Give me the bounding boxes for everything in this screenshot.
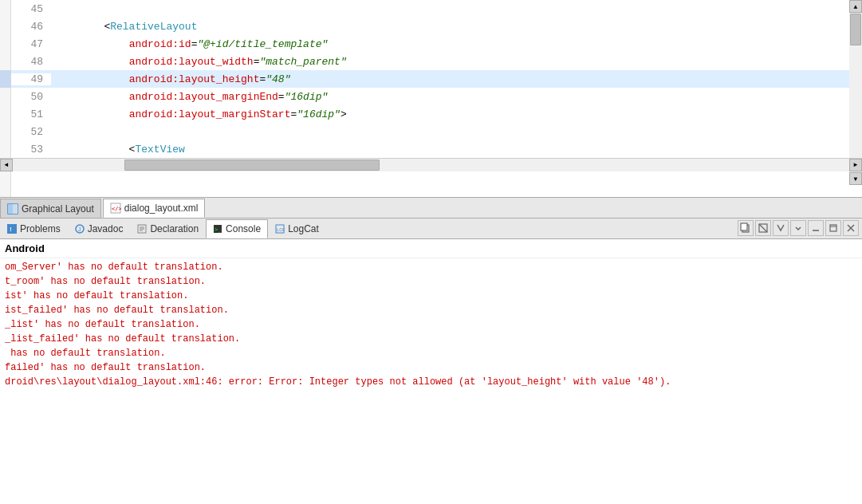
line-number: 48 (11, 56, 51, 68)
line-content: android:layout_height="48" (51, 73, 849, 85)
bottom-panel: ! Problems J Javadoc (0, 219, 862, 504)
svg-text:>_: >_ (215, 226, 222, 233)
console-title: Android (0, 239, 862, 258)
line-content: <TextView (51, 144, 849, 156)
code-line-45: 45 (11, 0, 849, 18)
hscroll-right-arrow[interactable]: ► (849, 159, 862, 171)
editor-hscroll[interactable]: ◄ ► (0, 158, 862, 171)
javadoc-icon: J (75, 224, 85, 234)
console-line-1: t_room' has no default translation. (5, 274, 857, 289)
tab-declaration[interactable]: Declaration (130, 219, 206, 238)
line-number: 51 (11, 108, 51, 120)
code-line-46: 46 <RelativeLayout (11, 18, 849, 35)
svg-text:LOG: LOG (277, 227, 285, 232)
svg-text:J: J (78, 226, 81, 232)
tab-console[interactable]: >_ Console (206, 219, 268, 238)
tab-graphical-layout[interactable]: Graphical Layout (0, 199, 101, 218)
svg-line-21 (759, 224, 767, 232)
console-line-5: _list_failed' has no default translation… (5, 332, 857, 346)
line-content: android:layout_marginStart="16dip"> (51, 108, 849, 120)
toolbar-scroll-lock-btn[interactable] (773, 220, 789, 236)
vscroll-thumb[interactable] (850, 14, 861, 45)
vscroll-down-arrow[interactable]: ▼ (849, 172, 862, 185)
console-line-8: droid\res\layout\dialog_layout.xml:46: e… (5, 375, 857, 389)
tab-problems-label: Problems (20, 223, 61, 234)
console-line-2: ist' has no default translation. (5, 289, 857, 303)
tab-dialog-layout-xml-label: dialog_layout.xml (124, 203, 199, 214)
svg-rect-1 (8, 204, 13, 209)
xml-icon: </> (110, 203, 121, 214)
tab-dialog-layout-xml[interactable]: </> dialog_layout.xml (103, 199, 206, 218)
console-line-6: has no default translation. (5, 346, 857, 360)
vscroll-track[interactable] (849, 13, 862, 172)
hscroll-left-arrow[interactable]: ◄ (0, 159, 13, 171)
line-number: 52 (11, 126, 51, 138)
svg-rect-23 (830, 225, 836, 231)
panel-tabs-bar: ! Problems J Javadoc (0, 219, 862, 239)
editor-tabs-bar: Graphical Layout </> dialog_layout.xml (0, 198, 862, 219)
svg-text:!: ! (10, 226, 12, 233)
tab-logcat[interactable]: LOG LogCat (268, 219, 326, 238)
panel-toolbar (738, 220, 862, 236)
line-content: <RelativeLayout (51, 21, 849, 33)
tab-javadoc[interactable]: J Javadoc (68, 219, 131, 238)
code-lines: 4546 <RelativeLayout47 android:id="@+id/… (11, 0, 862, 158)
hscroll-track[interactable] (13, 159, 849, 171)
tab-logcat-label: LogCat (288, 223, 319, 234)
console-content: om_Server' has no default translation.t_… (0, 258, 862, 504)
code-line-53: 53 <TextView (11, 140, 849, 158)
console-line-4: _list' has no default translation. (5, 317, 857, 332)
svg-rect-2 (13, 204, 18, 214)
line-content: android:layout_marginEnd="16dip" (51, 91, 849, 103)
code-line-48: 48 android:layout_width="match_parent" (11, 53, 849, 70)
tab-console-label: Console (226, 223, 261, 234)
declaration-icon (137, 224, 147, 234)
console-icon: >_ (213, 224, 222, 234)
problems-icon: ! (7, 224, 17, 234)
line-number: 50 (11, 91, 51, 103)
svg-rect-19 (741, 223, 747, 230)
code-line-50: 50 android:layout_marginEnd="16dip" (11, 88, 849, 105)
line-number: 47 (11, 38, 51, 50)
hscroll-thumb[interactable] (124, 159, 380, 171)
toolbar-clear-btn[interactable] (755, 220, 771, 236)
logcat-icon: LOG (275, 224, 285, 234)
line-number: 46 (11, 21, 51, 33)
toolbar-copy-btn[interactable] (738, 220, 754, 236)
toolbar-minimize-btn[interactable] (808, 220, 824, 236)
line-content: android:id="@+id/title_template" (51, 38, 849, 50)
code-line-51: 51 android:layout_marginStart="16dip"> (11, 105, 849, 123)
console-line-0: om_Server' has no default translation. (5, 260, 857, 274)
line-number: 53 (11, 144, 51, 156)
tab-declaration-label: Declaration (150, 223, 199, 234)
line-marker (0, 70, 11, 88)
tab-graphical-layout-label: Graphical Layout (22, 203, 94, 215)
svg-text:</>: </> (112, 206, 121, 212)
console-line-3: ist_failed' has no default translation. (5, 303, 857, 317)
layout-icon (7, 203, 18, 215)
svg-rect-6 (7, 224, 17, 234)
toolbar-dropdown-btn[interactable] (790, 220, 806, 236)
code-line-47: 47 android:id="@+id/title_template" (11, 35, 849, 53)
console-line-7: failed' has no default translation. (5, 360, 857, 375)
line-content: android:layout_width="match_parent" (51, 56, 849, 68)
code-line-49: 49 android:layout_height="48" (11, 70, 849, 88)
tab-javadoc-label: Javadoc (88, 223, 124, 234)
svg-rect-3 (8, 209, 13, 214)
vscroll-up-arrow[interactable]: ▲ (849, 0, 862, 13)
code-editor[interactable]: 4546 <RelativeLayout47 android:id="@+id/… (0, 0, 862, 198)
line-number: 49 (11, 73, 51, 85)
line-number: 45 (11, 3, 51, 15)
toolbar-close-btn[interactable] (843, 220, 859, 236)
code-line-52: 52 (11, 123, 849, 140)
tab-problems[interactable]: ! Problems (0, 219, 68, 238)
toolbar-maximize-btn[interactable] (825, 220, 841, 236)
